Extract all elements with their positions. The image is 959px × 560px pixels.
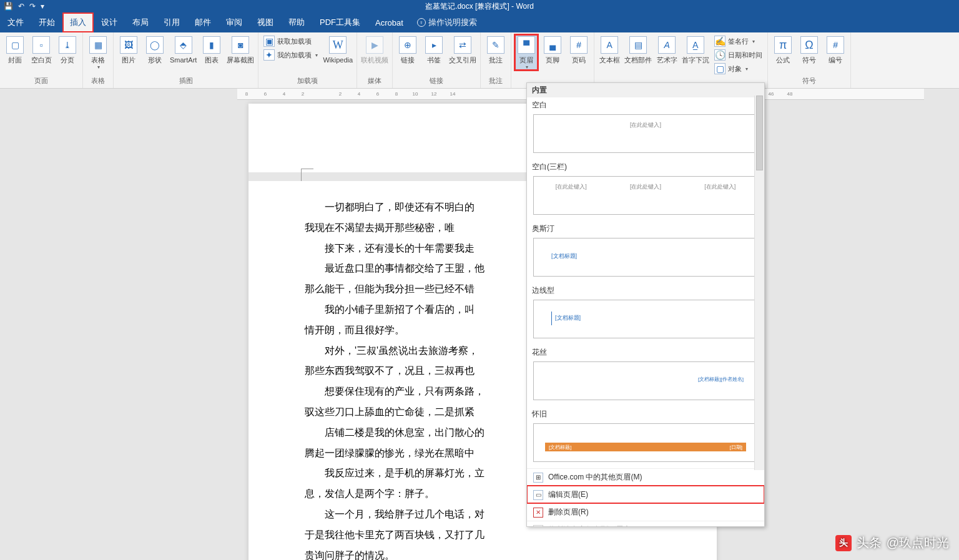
paragraph[interactable]: 贵询问胖子的情况。 (305, 546, 661, 560)
gallery-scrollbar[interactable] (754, 96, 764, 470)
my-addins-button[interactable]: ✦我的加载项▾ (262, 49, 319, 61)
pagenum-button[interactable]: #页码 (568, 35, 590, 64)
shapes-icon: ◯ (146, 36, 164, 54)
tab-design[interactable]: 设计 (94, 12, 125, 32)
dropcap-button[interactable]: A̲首字下沉 (682, 35, 709, 64)
gallery-item-retro[interactable]: [文档标题][日期] (533, 423, 758, 462)
datetime-button[interactable]: 🕓日期和时间 (713, 49, 764, 61)
quickparts-button[interactable]: ▤文档部件 (624, 35, 652, 64)
group-addins: ▣获取加载项 ✦我的加载项▾ WWikipedia 加载项 (258, 32, 357, 88)
footer-button[interactable]: ▄页脚 (541, 35, 564, 64)
tab-layout[interactable]: 布局 (125, 12, 156, 32)
group-tables: ▦表格▾ 表格 (83, 32, 114, 88)
tellme-search[interactable]: ♀ 操作说明搜索 (411, 12, 483, 32)
comment-icon: ✎ (487, 36, 504, 54)
link-icon: ⊕ (399, 36, 416, 54)
remove-header-button[interactable]: ✕ 删除页眉(R) (527, 503, 764, 521)
group-links: ⊕链接 ▸书签 ⇄交叉引用 链接 (393, 32, 481, 88)
number-button[interactable]: #编号 (824, 35, 847, 64)
tellme-label: 操作说明搜索 (428, 17, 477, 28)
comment-button[interactable]: ✎批注 (484, 35, 507, 64)
save-icon[interactable]: 💾 (4, 2, 13, 11)
link-button[interactable]: ⊕链接 (396, 35, 419, 64)
edit-header-button[interactable]: ▭ 编辑页眉(E) (527, 486, 764, 503)
group-comments: ✎批注 批注 (481, 32, 511, 88)
gallery-item-sideline[interactable]: [文档标题] (533, 300, 758, 338)
group-illustrations: 🖼图片 ◯形状 ⬘SmartArt ▮图表 ◙屏幕截图 插图 (114, 32, 258, 88)
redo-icon[interactable]: ↷ (29, 2, 36, 11)
office-icon: ⊞ (533, 473, 543, 483)
gallery-section-builtin: 内置 (527, 83, 764, 97)
cover-page-button[interactable]: ▢封面 (4, 35, 26, 64)
blank-page-button[interactable]: ▫空白页 (30, 35, 52, 64)
tab-home[interactable]: 开始 (31, 12, 62, 32)
tab-mailings[interactable]: 邮件 (187, 12, 219, 32)
watermark-site: 头条 (857, 534, 882, 551)
online-video-button[interactable]: ▶联机视频 (361, 35, 388, 64)
tab-pdf[interactable]: PDF工具集 (312, 12, 368, 32)
header-button[interactable]: ▀页眉▾ (515, 35, 538, 70)
smartart-icon: ⬘ (175, 36, 192, 54)
tab-review[interactable]: 审阅 (219, 12, 250, 32)
edit-header-label: 编辑页眉(E) (548, 489, 588, 500)
qat-more-icon[interactable]: ▾ (41, 2, 44, 11)
page-break-button[interactable]: ⤓分页 (56, 35, 79, 64)
tab-file[interactable]: 文件 (0, 12, 31, 32)
shapes-button[interactable]: ◯形状 (144, 35, 166, 64)
get-addins-button[interactable]: ▣获取加载项 (262, 35, 313, 47)
more-from-office-button[interactable]: ⊞ Office.com 中的其他页眉(M) (527, 468, 764, 486)
crossref-icon: ⇄ (454, 36, 471, 54)
bookmark-button[interactable]: ▸书签 (423, 35, 445, 64)
crossref-button[interactable]: ⇄交叉引用 (449, 35, 476, 64)
chart-button[interactable]: ▮图表 (200, 35, 223, 64)
wikipedia-icon: W (329, 36, 347, 54)
gallery-item-retro-label: 怀旧 (527, 406, 764, 421)
wikipedia-button[interactable]: WWikipedia (323, 35, 353, 64)
blank-page-icon: ▫ (32, 36, 50, 54)
watermark: 头 头条 @玖点时光 (835, 534, 949, 551)
object-button[interactable]: ▢对象▾ (713, 62, 749, 75)
sigline-button[interactable]: ✍签名行▾ (713, 35, 756, 47)
object-icon: ▢ (714, 63, 725, 74)
gallery-scroll-thumb[interactable] (756, 96, 763, 170)
save-selection-icon: ▭ (533, 525, 543, 528)
pictures-button[interactable]: 🖼图片 (117, 35, 140, 64)
gallery-item-blank3-label: 空白(三栏) (527, 159, 764, 174)
textbox-button[interactable]: A文本框 (598, 35, 621, 64)
remove-header-label: 删除页眉(R) (548, 507, 589, 518)
gallery-item-filigree[interactable]: [文档标题][作者姓名] (533, 361, 758, 400)
datetime-icon: 🕓 (714, 49, 725, 61)
paragraph[interactable]: 于是我往他卡里充了两百块钱，又打了几 (305, 525, 661, 546)
group-symbols: π公式 Ω符号 #编号 符号 (768, 32, 851, 88)
gallery-item-blank[interactable]: [在此处键入] (533, 114, 758, 153)
window-title: 盗墓笔记.docx [兼容模式] - Word (425, 1, 534, 12)
tab-references[interactable]: 引用 (156, 12, 187, 32)
smartart-button[interactable]: ⬘SmartArt (170, 35, 197, 64)
screenshot-button[interactable]: ◙屏幕截图 (227, 35, 254, 64)
table-button[interactable]: ▦表格▾ (87, 35, 109, 70)
number-icon: # (827, 36, 844, 54)
gallery-item-austin[interactable]: [文档标题] (533, 238, 758, 277)
group-pages: ▢封面 ▫空白页 ⤓分页 页面 (0, 32, 83, 88)
screenshot-icon: ◙ (232, 36, 249, 54)
wordart-button[interactable]: A艺术字 (656, 35, 678, 64)
tab-insert[interactable]: 插入 (62, 12, 94, 32)
undo-icon[interactable]: ↶ (18, 2, 24, 11)
tab-help[interactable]: 帮助 (281, 12, 312, 32)
title-bar: 💾 ↶ ↷ ▾ 盗墓笔记.docx [兼容模式] - Word (0, 0, 959, 12)
group-media: ▶联机视频 媒体 (357, 32, 393, 88)
tab-view[interactable]: 视图 (250, 12, 281, 32)
addins-icon: ✦ (263, 49, 275, 61)
document-canvas: 86422468101214 42444648 一切都明白了，即使还有不明白的 … (0, 89, 959, 560)
tab-acrobat[interactable]: Acrobat (368, 12, 411, 32)
symbol-button[interactable]: Ω符号 (798, 35, 820, 64)
remove-header-icon: ✕ (533, 508, 543, 518)
dropcap-icon: A̲ (687, 36, 704, 54)
gallery-item-blank3[interactable]: [在此处键入] [在此处键入] [在此处键入] (533, 176, 758, 215)
group-tables-label: 表格 (83, 75, 113, 88)
textbox-icon: A (601, 36, 618, 54)
wordart-icon: A (658, 36, 676, 54)
equation-button[interactable]: π公式 (772, 35, 794, 64)
watermark-handle: @玖点时光 (887, 534, 949, 551)
equation-icon: π (774, 36, 792, 54)
